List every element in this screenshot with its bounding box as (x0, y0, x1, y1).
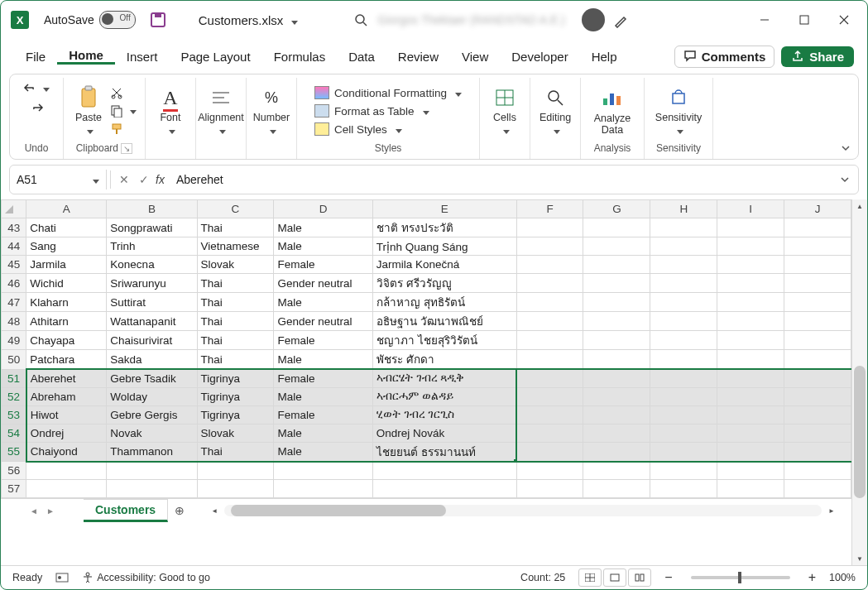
cell[interactable] (583, 237, 650, 256)
cell[interactable]: Chati (26, 218, 107, 237)
cell[interactable]: Slovak (197, 256, 274, 274)
conditional-formatting-button[interactable]: Conditional Formatting (314, 86, 462, 99)
select-all-corner[interactable] (2, 200, 26, 218)
cell-styles-button[interactable]: Cell Styles (314, 122, 462, 136)
fill-handle[interactable] (514, 459, 516, 462)
cell[interactable]: ኣብርሄት ገብረ ጻዲቅ (372, 369, 516, 387)
column-header-I[interactable]: I (717, 200, 784, 218)
sheet-prev-icon[interactable]: ◄ (30, 506, 38, 516)
cell[interactable] (784, 237, 851, 256)
row-header-43[interactable]: 43 (2, 218, 26, 237)
cell[interactable] (516, 462, 583, 480)
zoom-slider[interactable] (691, 576, 790, 579)
alignment-dropdown[interactable]: Alignment (204, 85, 237, 137)
cell[interactable]: วิจิตร ศรีวรัญญู (372, 274, 516, 293)
cell[interactable] (784, 462, 851, 480)
cell[interactable] (516, 424, 583, 442)
cell[interactable]: ไชยยนต์ ธรรมานนท์ (372, 442, 516, 462)
cell[interactable] (784, 424, 851, 442)
cell[interactable] (784, 369, 851, 387)
table-row[interactable]: 53HiwotGebre GergisTigrinyaFemaleሂወት ገብረ… (2, 405, 851, 424)
cell[interactable]: Novak (107, 424, 197, 442)
cell[interactable]: Athitarn (26, 312, 107, 331)
cell[interactable] (717, 293, 784, 312)
cell[interactable] (784, 331, 851, 350)
cell[interactable]: Thai (197, 274, 274, 293)
cell[interactable]: Sakda (107, 350, 197, 370)
cell[interactable] (650, 369, 717, 387)
row-header-50[interactable]: 50 (2, 350, 26, 370)
autosave-toggle[interactable]: AutoSave Off (44, 11, 136, 29)
tab-formulas[interactable]: Formulas (262, 50, 338, 64)
enter-formula-button[interactable]: ✓ (134, 170, 154, 189)
cell[interactable] (583, 369, 650, 387)
cell[interactable]: Wichid (26, 274, 107, 293)
cell[interactable] (583, 293, 650, 312)
row-header-53[interactable]: 53 (2, 405, 26, 424)
row-header-57[interactable]: 57 (2, 480, 26, 498)
cell[interactable] (516, 442, 583, 462)
table-row[interactable]: 51AberehetGebre TsadikTigrinyaFemaleኣብርሄ… (2, 369, 851, 387)
cell[interactable] (516, 369, 583, 387)
table-row[interactable]: 54OndrejNovakSlovakMaleOndrej Novák (2, 424, 851, 442)
cell[interactable] (516, 274, 583, 293)
tab-review[interactable]: Review (386, 50, 450, 64)
cell[interactable]: Male (274, 218, 372, 237)
cell[interactable] (650, 480, 717, 498)
cell[interactable]: Chaiyond (26, 442, 107, 462)
cell[interactable] (26, 480, 107, 498)
cell[interactable]: Thai (197, 312, 274, 331)
cell[interactable] (650, 442, 717, 462)
row-header-52[interactable]: 52 (2, 387, 26, 405)
tab-insert[interactable]: Insert (115, 50, 170, 64)
scroll-left-icon[interactable]: ◄ (208, 507, 221, 515)
cell[interactable]: Female (274, 369, 372, 387)
cell[interactable]: กล้าหาญ สุทธิรัตน์ (372, 293, 516, 312)
cell[interactable] (784, 312, 851, 331)
share-button[interactable]: Share (781, 46, 854, 67)
tab-page-layout[interactable]: Page Layout (169, 50, 261, 64)
row-header-56[interactable]: 56 (2, 462, 26, 480)
cell[interactable] (717, 480, 784, 498)
close-button[interactable] (824, 2, 864, 38)
table-row[interactable]: 45JarmilaKonecnaSlovakFemaleJarmila Kone… (2, 256, 851, 274)
cell[interactable]: ชาติ ทรงประวัติ (372, 218, 516, 237)
copy-button[interactable] (110, 104, 137, 118)
tab-home[interactable]: Home (57, 48, 115, 65)
cell[interactable] (717, 369, 784, 387)
cell[interactable] (717, 424, 784, 442)
table-row[interactable]: 46WichidSriwarunyuThaiGender neutralวิจิ… (2, 274, 851, 293)
cell[interactable]: Female (274, 405, 372, 424)
sheet-nav[interactable]: ◄ ► (1, 499, 84, 522)
cell[interactable]: Male (274, 442, 372, 462)
add-sheet-button[interactable]: ⊕ (168, 499, 191, 522)
cell[interactable] (784, 256, 851, 274)
cell[interactable]: Tigrinya (197, 369, 274, 387)
cell[interactable]: Abreham (26, 387, 107, 405)
cell[interactable] (717, 442, 784, 462)
cell[interactable] (650, 237, 717, 256)
column-header-A[interactable]: A (26, 200, 107, 218)
cell[interactable] (107, 462, 197, 480)
cell[interactable] (583, 256, 650, 274)
cell[interactable] (784, 387, 851, 405)
cell[interactable] (784, 274, 851, 293)
cell[interactable]: Suttirat (107, 293, 197, 312)
name-box[interactable]: A51 (10, 170, 107, 189)
zoom-out-button[interactable]: − (664, 570, 672, 585)
table-row[interactable]: 49ChayapaChaisuriviratThaiFemaleชญาภา ไช… (2, 331, 851, 350)
cell[interactable]: Klaharn (26, 293, 107, 312)
column-header-C[interactable]: C (197, 200, 274, 218)
cell[interactable] (583, 350, 650, 370)
formula-input[interactable]: Aberehet (170, 173, 835, 186)
cell[interactable] (583, 218, 650, 237)
cell[interactable] (650, 312, 717, 331)
cell[interactable] (583, 442, 650, 462)
cell[interactable]: Thai (197, 331, 274, 350)
cell[interactable]: Male (274, 387, 372, 405)
cell[interactable]: Female (274, 256, 372, 274)
tab-data[interactable]: Data (337, 50, 386, 64)
cell[interactable] (516, 256, 583, 274)
cell[interactable]: Thai (197, 442, 274, 462)
cell[interactable]: Hiwot (26, 405, 107, 424)
